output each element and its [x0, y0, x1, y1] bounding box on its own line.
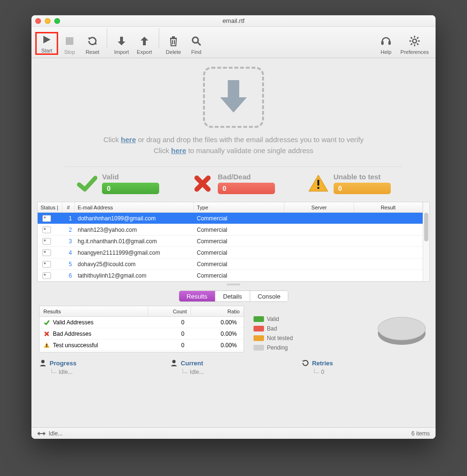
svg-rect-7	[143, 41, 146, 45]
toolbar-separator	[107, 28, 107, 48]
col-count: Count	[148, 306, 191, 316]
toolbar: Start Stop Reset Import Export Delete Fi…	[31, 27, 436, 58]
valid-counter: Valid0	[76, 173, 159, 194]
svg-rect-31	[317, 187, 319, 189]
table-header: Status | # E-mail Address Type Server Re…	[38, 202, 423, 213]
svg-marker-5	[118, 41, 125, 45]
svg-point-16	[413, 39, 416, 43]
help-button[interactable]: Help	[375, 35, 397, 55]
svg-marker-26	[220, 97, 247, 113]
results-summary-table: Results Count Ratio Valid Addresses 0 0.…	[39, 306, 244, 352]
vcard-icon	[42, 215, 51, 222]
col-ratio: Ratio	[191, 306, 244, 316]
drop-area[interactable]: Click here or drag and drop the files wi…	[31, 58, 436, 161]
col-number[interactable]: #	[62, 202, 75, 212]
legend: Valid Bad Not tested Pending	[254, 306, 293, 352]
table-body: 1 dothanhnhan1099@gmail.com Commercial 2…	[38, 213, 423, 281]
preferences-button[interactable]: Preferences	[397, 35, 432, 55]
svg-line-22	[417, 43, 418, 45]
vcard-icon	[42, 227, 51, 233]
splitter-handle[interactable]	[31, 282, 436, 287]
valid-count-badge: 0	[102, 183, 159, 194]
unable-count-badge: 0	[334, 183, 391, 194]
svg-marker-6	[141, 37, 148, 41]
svg-point-38	[378, 317, 426, 340]
tab-results[interactable]: Results	[179, 291, 215, 301]
progress-row: Progress Idle... Current Idle... Retries…	[31, 356, 436, 380]
current-block: Current Idle...	[170, 359, 296, 375]
table-row[interactable]: 4 hoangyen21111999@gmail.com Commercial	[38, 247, 423, 259]
start-button[interactable]: Start	[35, 32, 58, 55]
table-row[interactable]: 3 hg.it.nhanthanh.01@gmail.com Commercia…	[38, 236, 423, 247]
manual-validate-link[interactable]: here	[171, 146, 186, 155]
svg-rect-36	[46, 346, 47, 347]
col-type[interactable]: Type	[194, 202, 284, 212]
counters-row: Valid0 Bad/Dead0 Unable to test0	[31, 173, 436, 202]
col-results-label: Results	[40, 306, 148, 316]
svg-rect-9	[172, 36, 175, 38]
tab-details[interactable]: Details	[215, 291, 250, 301]
trash-icon	[167, 35, 180, 47]
svg-rect-14	[381, 41, 384, 45]
swatch-nottested	[254, 335, 264, 341]
svg-rect-35	[46, 344, 47, 346]
results-row: Bad Addresses 0 0.00%	[40, 328, 244, 340]
results-panel: Results Count Ratio Valid Addresses 0 0.…	[31, 306, 436, 356]
reset-button[interactable]: Reset	[81, 35, 104, 55]
svg-marker-44	[43, 432, 46, 435]
tab-console[interactable]: Console	[250, 291, 288, 301]
import-icon	[115, 35, 128, 47]
table-row[interactable]: 5 dohavy25@icould.com Commercial	[38, 259, 423, 270]
cross-icon	[42, 331, 51, 337]
swatch-pending	[254, 345, 264, 351]
col-status[interactable]: Status |	[38, 202, 62, 212]
email-table: Status | # E-mail Address Type Server Re…	[37, 202, 430, 282]
statusbar: Idle... 6 items	[31, 427, 436, 439]
vertical-scrollbar[interactable]	[423, 202, 429, 281]
window-title: email.rtf	[31, 17, 436, 24]
svg-marker-2	[88, 38, 91, 41]
pie-chart-placeholder	[376, 309, 428, 352]
svg-line-24	[417, 37, 418, 39]
warn-icon	[42, 342, 51, 348]
svg-point-39	[41, 360, 45, 363]
svg-rect-4	[120, 37, 123, 41]
svg-rect-1	[66, 37, 73, 45]
results-row: Valid Addresses 0 0.00%	[40, 317, 244, 328]
item-count: 6 items	[411, 430, 430, 437]
divider	[65, 166, 402, 167]
scrollbar-thumb[interactable]	[424, 213, 428, 241]
vcard-icon	[42, 238, 51, 245]
export-button[interactable]: Export	[133, 35, 156, 55]
status-text: Idle...	[49, 430, 62, 437]
retries-block: Retries 0	[302, 359, 428, 375]
find-button[interactable]: Find	[185, 35, 208, 55]
tab-bar: Results Details Console	[31, 287, 436, 306]
results-row: Test unsuccessful 0 0.00%	[40, 340, 244, 351]
import-button[interactable]: Import	[110, 35, 133, 55]
progress-block: Progress Idle...	[39, 359, 165, 375]
svg-marker-41	[302, 361, 304, 362]
svg-rect-30	[317, 180, 319, 186]
app-window: email.rtf Start Stop Reset Import Export…	[31, 15, 436, 439]
drop-target[interactable]	[203, 67, 264, 128]
stop-button[interactable]: Stop	[58, 35, 81, 55]
checkmark-icon	[76, 173, 97, 194]
table-row[interactable]: 2 nhanh123@yahoo.com Commercial	[38, 224, 423, 236]
table-row[interactable]: 1 dothanhnhan1099@gmail.com Commercial	[38, 213, 423, 224]
headset-icon	[380, 35, 392, 47]
vcard-icon	[42, 261, 51, 268]
import-files-link[interactable]: here	[121, 135, 136, 144]
bad-counter: Bad/Dead0	[192, 173, 275, 194]
svg-line-13	[198, 42, 201, 45]
col-email[interactable]: E-mail Address	[75, 202, 194, 212]
person-icon	[39, 359, 47, 367]
svg-marker-42	[37, 432, 40, 435]
cross-icon	[192, 173, 213, 194]
delete-button[interactable]: Delete	[162, 35, 185, 55]
col-result[interactable]: Result	[354, 202, 423, 212]
table-row[interactable]: 6 tathithuylinh12@gmail.com Commercial	[38, 270, 423, 281]
swatch-valid	[254, 316, 264, 322]
swatch-bad	[254, 326, 264, 331]
col-server[interactable]: Server	[284, 202, 354, 212]
